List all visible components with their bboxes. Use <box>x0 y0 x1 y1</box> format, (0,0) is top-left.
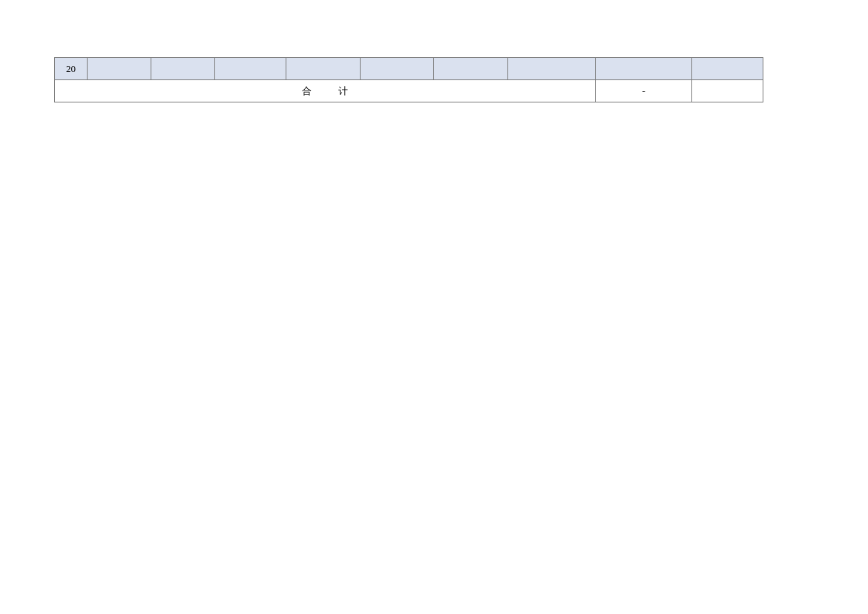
row-number-cell: 20 <box>55 58 88 80</box>
table-cell <box>596 58 692 80</box>
table-cell <box>508 58 596 80</box>
table-row: 20 <box>55 58 763 80</box>
table-cell <box>87 58 151 80</box>
table-cell <box>360 58 434 80</box>
total-value-cell: - <box>596 80 692 102</box>
table-cell <box>286 58 360 80</box>
table-cell <box>434 58 508 80</box>
total-last-cell <box>692 80 763 102</box>
table-cell <box>151 58 214 80</box>
table-cell <box>692 58 763 80</box>
table-cell <box>214 58 286 80</box>
total-label-cell: 合 计 <box>55 80 596 102</box>
data-table: 20 合 计 - <box>54 57 763 102</box>
data-table-container: 20 合 计 - <box>54 57 763 102</box>
total-row: 合 计 - <box>55 80 763 102</box>
